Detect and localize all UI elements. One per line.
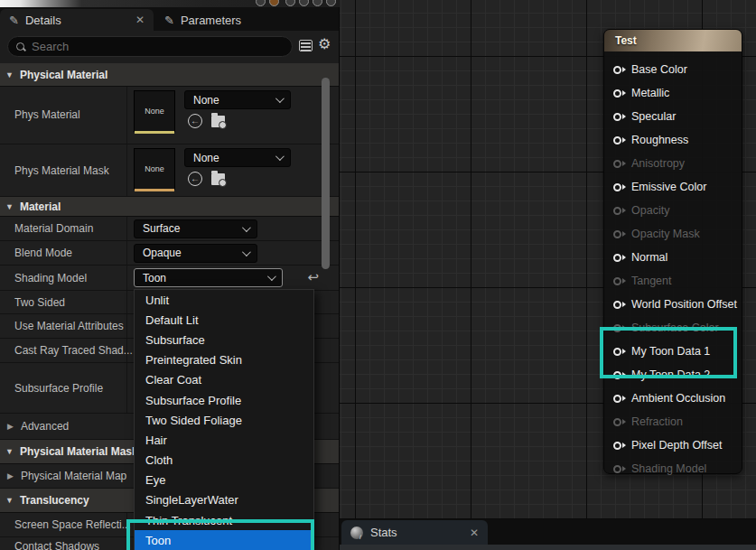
node-input-pin[interactable]: Metallic [604, 81, 742, 105]
node-input-pin[interactable]: My Toon Data 2 [604, 363, 742, 387]
search-placeholder: Search [32, 40, 69, 53]
pin-circle-icon[interactable] [613, 160, 621, 168]
pin-circle-icon[interactable] [613, 324, 621, 332]
preview-shape-button[interactable] [269, 0, 279, 6]
dropdown-option[interactable]: Thin Translucent [135, 510, 313, 530]
dropdown-option[interactable]: Cloth [135, 451, 313, 471]
pin-arrow-icon [622, 325, 626, 331]
preview-shape-button[interactable] [299, 0, 309, 6]
dropdown-option[interactable]: Two Sided Foliage [135, 410, 313, 430]
chevron-down-icon [242, 223, 251, 232]
unreal-material-editor: ✎ Details ✕ ✎ Parameters Search ⚙ ▼ Phys… [0, 0, 756, 550]
browse-to-asset-icon[interactable] [211, 173, 225, 185]
viewport-bottom-edge [0, 0, 340, 7]
dropdown-option[interactable]: SingleLayerWater [135, 490, 313, 510]
pin-circle-icon[interactable] [613, 442, 621, 450]
pin-circle-icon[interactable] [613, 301, 621, 309]
pin-arrow-icon [622, 372, 626, 378]
search-input[interactable]: Search [7, 36, 293, 57]
node-input-pin[interactable]: Tangent [604, 269, 742, 293]
preview-shape-button[interactable] [313, 0, 322, 6]
asset-thumbnail[interactable]: None [134, 90, 175, 132]
pin-arrow-icon [622, 208, 626, 213]
chevron-down-icon [275, 152, 285, 161]
node-input-pin[interactable]: Opacity Mask [604, 222, 742, 246]
section-material[interactable]: ▼ Material [0, 197, 339, 217]
section-physical-material[interactable]: ▼ Physical Material [0, 63, 339, 87]
pin-circle-icon[interactable] [613, 395, 621, 403]
node-input-pin[interactable]: Subsurface Color [604, 316, 742, 340]
search-icon [16, 42, 25, 51]
dropdown-option[interactable]: Default Lit [135, 310, 313, 330]
pin-circle-icon[interactable] [613, 113, 621, 121]
search-row: Search ⚙ [0, 31, 339, 61]
row-phys-material: Phys Material None None ← [0, 87, 339, 144]
preview-shape-button[interactable] [285, 0, 295, 6]
pin-arrow-icon [622, 349, 626, 354]
pin-circle-icon[interactable] [613, 230, 621, 238]
asset-thumbnail[interactable]: None [134, 148, 175, 190]
node-input-pin[interactable]: Pixel Depth Offset [604, 433, 742, 457]
dropdown-option[interactable]: Clear Coat [135, 370, 313, 390]
pin-circle-icon[interactable] [613, 136, 621, 144]
node-input-pin[interactable]: Opacity [604, 199, 742, 222]
dropdown-option[interactable]: Hair [135, 430, 313, 450]
pin-circle-icon[interactable] [613, 348, 621, 356]
use-selected-asset-icon[interactable]: ← [188, 114, 202, 128]
material-graph-canvas[interactable]: Test Base Color Metallic [340, 0, 756, 550]
details-scrollbar[interactable] [322, 78, 330, 269]
node-input-pin[interactable]: Emissive Color [604, 175, 742, 199]
dropdown-option[interactable]: Preintegrated Skin [135, 350, 313, 370]
dropdown-option[interactable]: Toon [135, 530, 313, 550]
pin-arrow-icon [622, 137, 626, 143]
node-input-pin[interactable]: World Position Offset [604, 293, 742, 316]
pin-circle-icon[interactable] [613, 371, 621, 379]
node-input-pin[interactable]: Normal [604, 246, 742, 269]
row-phys-material-mask: Phys Material Mask None None ← [0, 144, 339, 197]
node-input-pin[interactable]: Refraction [604, 410, 742, 433]
row-material-domain: Material Domain Surface [0, 217, 339, 241]
material-domain-select[interactable]: Surface [134, 219, 257, 238]
dropdown-option[interactable]: Subsurface Profile [135, 390, 313, 410]
preview-shape-button[interactable] [326, 0, 336, 6]
blend-mode-select[interactable]: Opaque [134, 244, 257, 263]
pin-circle-icon[interactable] [613, 418, 621, 426]
pin-circle-icon[interactable] [613, 183, 621, 191]
node-input-pin[interactable]: Ambient Occlusion [604, 387, 742, 410]
dropdown-option[interactable]: Unlit [135, 290, 313, 310]
material-result-node[interactable]: Test Base Color Metallic [603, 29, 742, 474]
node-input-pin[interactable]: Anisotropy [604, 152, 742, 175]
node-input-pin[interactable]: Base Color [604, 58, 742, 81]
browse-to-asset-icon[interactable] [211, 116, 225, 127]
details-pencil-icon: ✎ [9, 14, 19, 26]
pin-circle-icon[interactable] [613, 89, 621, 98]
shading-model-select[interactable]: Toon [134, 268, 283, 287]
node-input-pin[interactable]: My Toon Data 1 [604, 340, 742, 363]
preview-shape-button[interactable] [256, 0, 266, 6]
dropdown-option[interactable]: Subsurface [135, 330, 313, 350]
pin-circle-icon[interactable] [613, 254, 621, 262]
node-input-pin[interactable]: Shading Model [604, 457, 742, 480]
use-selected-asset-icon[interactable]: ← [188, 172, 202, 186]
dropdown-option[interactable]: Eye [135, 471, 313, 490]
close-icon[interactable]: ✕ [470, 527, 479, 538]
pin-circle-icon[interactable] [613, 66, 621, 74]
node-input-pin[interactable]: Roughness [604, 128, 742, 152]
reset-to-default-icon[interactable]: ↩ [307, 269, 319, 285]
pin-arrow-icon [622, 90, 626, 96]
tab-stats[interactable]: i Stats ✕ [341, 520, 488, 545]
display-filters-icon[interactable] [299, 40, 313, 51]
settings-gear-icon[interactable]: ⚙ [318, 37, 331, 51]
tab-parameters[interactable]: ✎ Parameters [155, 9, 327, 31]
phys-material-mask-select[interactable]: None [184, 148, 291, 167]
node-input-pin[interactable]: Specular [604, 105, 742, 128]
pin-circle-icon[interactable] [613, 207, 621, 215]
phys-material-select[interactable]: None [184, 90, 291, 109]
close-icon[interactable]: ✕ [135, 14, 145, 25]
tab-stats-label: Stats [370, 526, 397, 539]
pin-circle-icon[interactable] [613, 465, 621, 473]
tab-details[interactable]: ✎ Details ✕ [0, 9, 154, 31]
pin-arrow-icon [622, 67, 626, 72]
pin-circle-icon[interactable] [613, 277, 621, 285]
node-title[interactable]: Test [604, 30, 742, 51]
